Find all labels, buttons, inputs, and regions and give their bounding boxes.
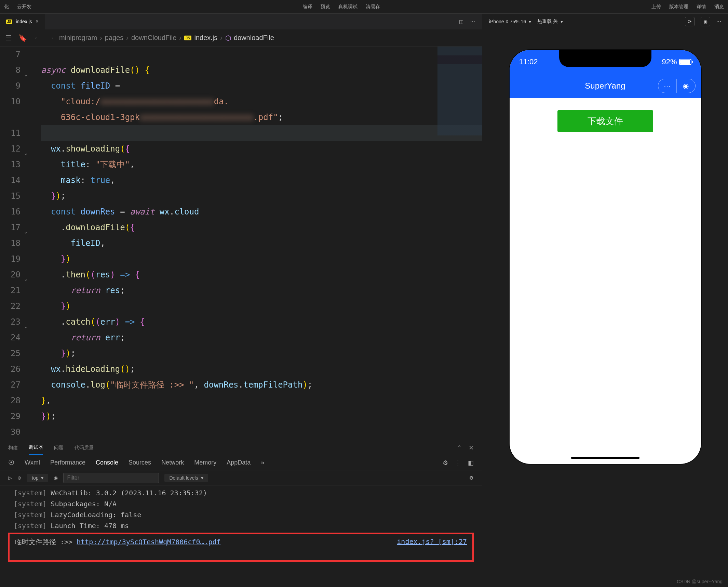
- bookmark-icon[interactable]: 🔖: [18, 34, 27, 42]
- device-select[interactable]: iPhone X 75% 16 ▾: [489, 19, 531, 24]
- simulator-stage: 11:02 92% SuperYang ⋯ ◉ 下载文件: [482, 29, 728, 587]
- stop-icon[interactable]: ◉: [701, 17, 710, 26]
- capsule-close-icon[interactable]: ◉: [677, 79, 695, 93]
- more-icon[interactable]: ⋯: [716, 19, 721, 24]
- menu-details[interactable]: 详情: [697, 4, 706, 10]
- menu-device-debug[interactable]: 真机调试: [338, 4, 358, 10]
- js-badge-icon: JS: [6, 19, 12, 24]
- panel-tab-problems[interactable]: 问题: [54, 441, 64, 454]
- devtools-sources[interactable]: Sources: [129, 459, 151, 466]
- app-navbar: SuperYang ⋯ ◉: [510, 74, 701, 98]
- console-toolbar: ▷ ⊘ top ▾ ◉ Default levels ▾ ⚙: [0, 470, 482, 485]
- tab-active[interactable]: JS index.js ×: [0, 14, 45, 29]
- devtools-appdata[interactable]: AppData: [227, 459, 251, 466]
- close-icon[interactable]: ×: [36, 18, 39, 25]
- dock-icon[interactable]: ◧: [468, 459, 474, 467]
- close-icon[interactable]: ✕: [469, 444, 474, 452]
- panel-tabs: 构建 调试器 问题 代码质量 ⌃ ✕: [0, 440, 482, 455]
- simulator-header: iPhone X 75% 16 ▾ 热重载 关 ▾ ⟳ ◉ ⋯: [482, 14, 728, 29]
- panel-tab-quality[interactable]: 代码质量: [75, 441, 94, 454]
- panel-tab-debugger[interactable]: 调试器: [29, 441, 43, 455]
- back-icon[interactable]: ←: [34, 34, 41, 42]
- status-battery: 92%: [662, 57, 691, 66]
- editor-header: ☰ 🔖 ← → miniprogram› pages› downCloudFil…: [0, 29, 482, 47]
- capsule-menu-icon[interactable]: ⋯: [658, 79, 677, 93]
- menu-messages[interactable]: 消息: [714, 4, 724, 10]
- js-badge-icon: JS: [184, 36, 191, 40]
- devtools-wxml[interactable]: Wxml: [25, 459, 40, 466]
- battery-icon: [679, 59, 691, 65]
- devtools-memory[interactable]: Memory: [194, 459, 216, 466]
- capsule-button[interactable]: ⋯ ◉: [658, 79, 696, 93]
- panel-tab-build[interactable]: 构建: [8, 441, 18, 454]
- devtools-tabs: ⦿ Wxml Performance Console Sources Netwo…: [0, 455, 482, 470]
- console-output[interactable]: [system] WeChatLib: 3.0.2 (2023.11.16 23…: [0, 485, 482, 587]
- clear-console-icon[interactable]: ⊘: [17, 475, 22, 481]
- chevron-down-icon: ▾: [201, 475, 203, 481]
- devtools-more-icon[interactable]: »: [261, 459, 264, 466]
- crumb[interactable]: pages: [105, 34, 124, 42]
- cube-icon: ⬡: [225, 34, 231, 42]
- tab-filename: index.js: [16, 19, 32, 24]
- menu-clear-cache[interactable]: 清缓存: [366, 4, 380, 10]
- crumb[interactable]: index.js: [194, 34, 217, 42]
- chevron-down-icon: ▾: [41, 475, 43, 481]
- gear-icon[interactable]: ⚙: [443, 459, 448, 467]
- devtools-network[interactable]: Network: [161, 459, 184, 466]
- collapse-icon[interactable]: ⌃: [457, 444, 462, 452]
- filter-input[interactable]: [63, 473, 159, 483]
- list-icon[interactable]: ☰: [5, 34, 12, 42]
- home-indicator: [571, 457, 639, 459]
- crumb[interactable]: downCloudFile: [131, 34, 176, 42]
- crumb[interactable]: miniprogram: [59, 34, 97, 42]
- chevron-down-icon: ▾: [529, 19, 531, 24]
- devtools-console[interactable]: Console: [96, 459, 118, 466]
- menu-version[interactable]: 版本管理: [669, 4, 688, 10]
- menu-upload[interactable]: 上传: [651, 4, 661, 10]
- hot-reload-toggle[interactable]: 热重载 关 ▾: [537, 18, 563, 25]
- chevron-down-icon: ▾: [561, 19, 563, 24]
- app-title: SuperYang: [585, 81, 625, 91]
- menubar: 化 云开发 编译 预览 真机调试 清缓存 上传 版本管理 详情 消息: [0, 0, 728, 14]
- inspect-icon[interactable]: ⦿: [8, 459, 14, 466]
- minimap[interactable]: [437, 47, 482, 135]
- devtools-performance[interactable]: Performance: [50, 459, 85, 466]
- phone-notch: [559, 50, 651, 67]
- code-editor[interactable]: 78⌄9101112⌄1314151617⌄181920⌄212223⌄2425…: [0, 47, 482, 440]
- editor-tabs: JS index.js × ◫ ⋯: [0, 14, 482, 29]
- crumb[interactable]: downloadFile: [234, 34, 274, 42]
- menu-item[interactable]: 化: [4, 4, 9, 10]
- refresh-icon[interactable]: ⟳: [685, 17, 695, 26]
- split-editor-icon[interactable]: ◫: [459, 19, 463, 24]
- more-icon[interactable]: ⋯: [470, 19, 475, 24]
- watermark: CSDN @super--Yang: [677, 579, 723, 584]
- download-button[interactable]: 下载文件: [557, 110, 653, 132]
- context-select[interactable]: top ▾: [27, 474, 48, 482]
- breadcrumb[interactable]: miniprogram› pages› downCloudFile› JS in…: [59, 34, 274, 42]
- status-time: 11:02: [519, 57, 538, 66]
- menu-preview[interactable]: 预览: [321, 4, 330, 10]
- menu-compile[interactable]: 编译: [303, 4, 312, 10]
- forward-icon[interactable]: →: [48, 34, 54, 42]
- bottom-panel: 构建 调试器 问题 代码质量 ⌃ ✕ ⦿ Wxml Performance Co…: [0, 440, 482, 587]
- gear-icon[interactable]: ⚙: [469, 475, 474, 481]
- kebab-icon[interactable]: ⋮: [455, 459, 461, 467]
- menu-item[interactable]: 云开发: [17, 4, 31, 10]
- eye-icon[interactable]: ◉: [54, 475, 58, 481]
- play-icon[interactable]: ▷: [8, 475, 12, 481]
- phone-frame: 11:02 92% SuperYang ⋯ ◉ 下载文件: [510, 50, 701, 464]
- levels-select[interactable]: Default levels ▾: [164, 474, 208, 482]
